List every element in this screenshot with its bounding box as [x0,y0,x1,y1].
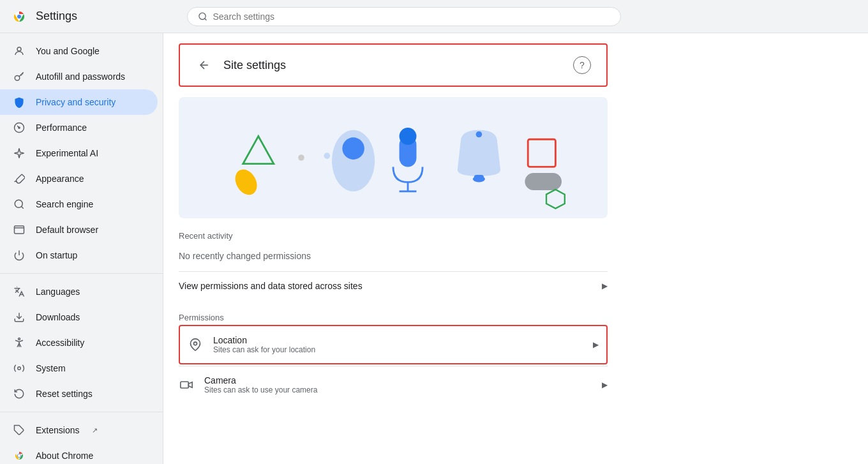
sidebar-item-privacy-security[interactable]: Privacy and security [0,89,158,115]
sidebar-item-languages[interactable]: Languages [0,279,158,304]
camera-icon [179,377,194,393]
svg-rect-11 [15,226,24,234]
location-name: Location [213,335,315,345]
sidebar-item-you-and-google[interactable]: You and Google [0,38,158,64]
location-chevron-icon: ▶ [593,340,599,349]
no-activity-text: No recently changed permissions [179,246,608,266]
system-icon [13,362,26,375]
translate-icon [13,285,26,298]
svg-rect-41 [181,382,189,388]
sidebar-item-reset-settings[interactable]: Reset settings [0,381,158,407]
camera-desc: Sites can ask to use your camera [204,385,317,394]
sidebar-label-on-startup: On startup [36,250,77,260]
svg-rect-21 [179,100,608,216]
sidebar-label-search-engine: Search engine [36,199,93,209]
sidebar-label-languages: Languages [36,287,80,297]
recent-activity-section: Recent activity No recently changed perm… [163,218,623,300]
svg-point-9 [15,200,22,207]
svg-point-28 [345,168,362,190]
location-icon [188,337,203,352]
svg-point-26 [342,137,364,160]
content-inner: Site settings ? [163,43,623,429]
site-settings-title: Site settings [223,59,286,72]
sidebar-item-on-startup[interactable]: On startup [0,243,158,268]
sidebar-label-accessibility: Accessibility [36,338,84,348]
site-settings-header-left: Site settings [195,56,286,74]
svg-point-8 [19,127,20,128]
download-icon [13,311,26,324]
permission-camera-text: Camera Sites can ask to use your camera [204,375,317,394]
sidebar-divider-2 [0,412,163,412]
view-permissions-row[interactable]: View permissions and data stored across … [179,271,608,300]
permissions-label: Permissions [179,313,608,322]
sidebar-item-downloads[interactable]: Downloads [0,304,158,330]
svg-point-24 [298,154,304,161]
sidebar-label-privacy-security: Privacy and security [36,97,116,107]
settings-title: Settings [36,10,77,23]
sidebar-item-default-browser[interactable]: Default browser [0,217,158,243]
top-bar: Settings [0,0,868,33]
illustration-area [179,97,608,218]
sidebar-item-autofill[interactable]: Autofill and passwords [0,64,158,89]
key-icon [13,70,26,83]
sidebar-label-default-browser: Default browser [36,225,98,235]
permission-row-location-left: Location Sites can ask for your location [188,335,315,354]
svg-point-35 [473,176,485,183]
svg-point-39 [324,153,331,159]
magnifier-icon [13,198,26,211]
sidebar-item-appearance[interactable]: Appearance [0,166,158,191]
svg-line-10 [21,206,23,208]
sidebar-label-experimental-ai: Experimental AI [36,148,98,158]
chrome-small-icon [13,449,26,462]
sidebar-item-experimental-ai[interactable]: Experimental AI [0,140,158,166]
site-settings-header: Site settings ? [179,43,608,87]
svg-point-15 [19,338,20,340]
sidebar: You and Google Autofill and passwords Pr… [0,33,163,464]
illustration-svg [179,97,608,218]
reset-icon [13,387,26,400]
sidebar-item-extensions[interactable]: Extensions ↗ [0,417,158,443]
browser-icon [13,223,26,236]
main-layout: You and Google Autofill and passwords Pr… [0,33,868,464]
svg-point-16 [18,367,21,370]
sidebar-label-about-chrome: About Chrome [36,451,93,461]
power-icon [13,249,26,262]
sidebar-label-autofill: Autofill and passwords [36,71,125,82]
accessibility-icon [13,336,26,349]
svg-point-4 [199,13,206,19]
permission-row-location[interactable]: Location Sites can ask for your location… [179,325,608,364]
chevron-right-icon: ▶ [602,281,608,290]
sidebar-item-performance[interactable]: Performance [0,115,158,140]
sidebar-item-system[interactable]: System [0,355,158,381]
camera-chevron-icon: ▶ [602,380,608,389]
sidebar-item-about-chrome[interactable]: About Chrome [0,443,158,464]
sidebar-label-performance: Performance [36,123,87,133]
sidebar-item-search-engine[interactable]: Search engine [0,191,158,217]
back-button[interactable] [195,56,213,74]
search-bar[interactable] [187,7,621,26]
sidebar-label-downloads: Downloads [36,312,80,322]
search-icon [198,11,207,22]
permission-row-camera[interactable]: Camera Sites can ask to use your camera … [179,366,608,403]
camera-name: Camera [204,375,317,385]
back-arrow-icon [198,59,211,71]
svg-point-30 [400,128,417,145]
sidebar-label-reset-settings: Reset settings [36,389,93,399]
svg-point-19 [18,454,21,458]
sidebar-label-extensions: Extensions [36,425,79,435]
sidebar-divider [0,273,163,274]
brush-icon [13,172,26,185]
external-link-icon: ↗ [92,426,98,435]
svg-line-5 [205,18,207,20]
svg-point-40 [194,342,197,345]
svg-marker-42 [188,382,192,387]
svg-point-3 [17,15,21,19]
permission-location-text: Location Sites can ask for your location [213,335,315,354]
puzzle-icon [13,424,26,437]
content-area: Site settings ? [163,33,868,464]
sidebar-item-accessibility[interactable]: Accessibility [0,330,158,355]
help-button[interactable]: ? [573,56,591,74]
search-input[interactable] [213,11,610,22]
person-icon [13,45,26,57]
gauge-icon [13,121,26,134]
